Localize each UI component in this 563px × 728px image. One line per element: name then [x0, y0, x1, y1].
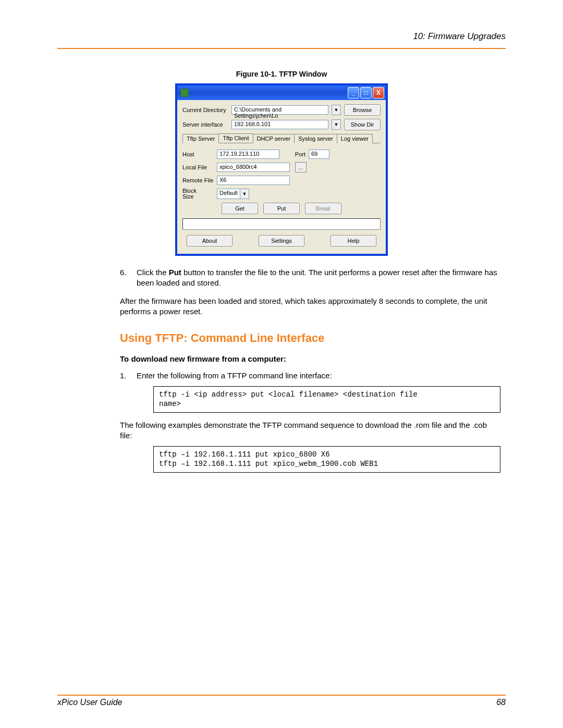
step-6-text-a: Click the: [137, 268, 169, 277]
code-block-1: tftp -i <ip address> put <local filename…: [153, 386, 500, 412]
put-button[interactable]: Put: [263, 203, 300, 214]
get-button[interactable]: Get: [222, 203, 258, 214]
server-interface-dropdown[interactable]: ▼: [332, 119, 341, 130]
tab-dhcp-server[interactable]: DHCP server: [253, 134, 295, 143]
block-size-select[interactable]: Default ▼: [217, 189, 249, 199]
break-button[interactable]: Break: [305, 203, 341, 214]
tab-tftp-server[interactable]: Tftp Server: [182, 134, 219, 143]
code-block-2: tftp –i 192.168.1.111 put xpico_6800 X6 …: [153, 446, 500, 472]
header-rule: [57, 48, 506, 49]
remote-file-label: Remote File: [182, 177, 214, 183]
server-interface-input[interactable]: 192.168.0.101: [231, 120, 328, 129]
close-button[interactable]: X: [373, 87, 384, 98]
step-6: 6. Click the Put button to transfer the …: [120, 267, 500, 289]
maximize-button[interactable]: □: [360, 87, 372, 98]
local-file-input[interactable]: xpico_6800rc4: [217, 163, 290, 172]
step-1-text: Enter the following from a TFTP command …: [134, 371, 500, 381]
progress-bar: [182, 218, 381, 230]
local-file-label: Local File: [182, 164, 214, 170]
step-1-number: 1.: [120, 371, 134, 381]
local-file-browse-button[interactable]: ...: [295, 162, 307, 172]
tab-bar: Tftp Server Tftp Client DHCP server Sysl…: [182, 133, 381, 143]
about-button[interactable]: About: [187, 235, 232, 246]
footer-guide: xPico User Guide: [57, 698, 123, 707]
browse-button[interactable]: Browse: [344, 104, 381, 116]
tab-syslog-server[interactable]: Syslog server: [294, 134, 337, 143]
footer-page: 68: [496, 698, 506, 707]
chapter-title: 10: Firmware Upgrades: [57, 31, 506, 44]
server-interface-label: Server interface: [182, 121, 228, 128]
step-6-bold: Put: [169, 268, 181, 277]
subheading: To download new firmware from a computer…: [120, 354, 500, 363]
port-input[interactable]: 69: [309, 150, 329, 159]
current-directory-dropdown[interactable]: ▼: [332, 105, 341, 115]
show-dir-button[interactable]: Show Dir: [344, 119, 381, 130]
app-icon: [180, 89, 189, 97]
help-button[interactable]: Help: [331, 235, 376, 246]
step-6-text-b: button to transfer the file to the unit.…: [137, 268, 497, 287]
step-1: 1. Enter the following from a TFTP comma…: [120, 371, 500, 381]
examples-paragraph: The following examples demonstrate the T…: [120, 420, 500, 441]
tab-log-viewer[interactable]: Log viewer: [337, 134, 373, 143]
port-label: Port: [290, 151, 305, 157]
tftp-window: _ □ X Current Directory C:\Documents and…: [175, 83, 388, 256]
remote-file-input[interactable]: X6: [217, 176, 290, 185]
current-directory-label: Current Directory: [182, 107, 228, 113]
block-size-label: Block Size: [182, 188, 214, 200]
after-paragraph: After the firmware has been loaded and s…: [120, 296, 500, 317]
titlebar: _ □ X: [177, 85, 386, 100]
host-input[interactable]: 172.19.213.110: [217, 150, 279, 159]
figure-caption: Figure 10-1. TFTP Window: [57, 70, 506, 78]
tab-tftp-client[interactable]: Tftp Client: [218, 133, 253, 143]
block-size-dropdown[interactable]: ▼: [240, 189, 249, 199]
section-heading: Using TFTP: Command Line Interface: [120, 331, 506, 345]
current-directory-input[interactable]: C:\Documents and Settings\jchen\Lo: [231, 105, 328, 115]
step-6-number: 6.: [120, 267, 134, 289]
host-label: Host: [182, 151, 214, 157]
minimize-button[interactable]: _: [348, 87, 359, 98]
footer-rule: [57, 695, 506, 696]
block-size-value: Default: [217, 189, 240, 199]
settings-button[interactable]: Settings: [259, 235, 304, 246]
